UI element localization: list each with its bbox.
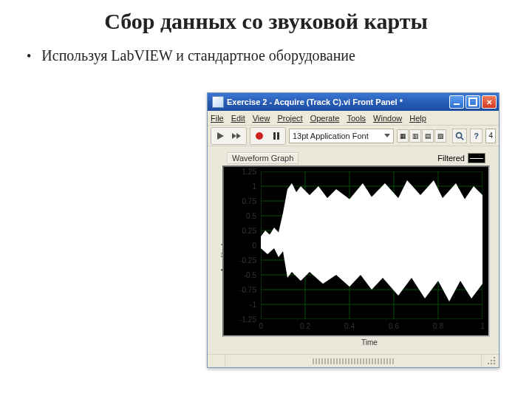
menu-tools[interactable]: Tools (347, 114, 366, 123)
waveform-graph[interactable]: -1.25-1-0.75-0.5-0.2500.250.50.7511.25 0… (222, 166, 490, 337)
bullet-list: • Используя LabVIEW и стандартное оборуд… (0, 47, 532, 64)
menu-help[interactable]: Help (409, 114, 426, 123)
minimize-button[interactable] (449, 95, 464, 109)
svg-line-1 (461, 137, 464, 140)
reorder-button[interactable]: ▧ (434, 129, 446, 143)
help-icon[interactable]: ? (470, 129, 483, 143)
search-icon[interactable] (452, 129, 467, 143)
abort-button[interactable] (251, 129, 267, 143)
menu-edit[interactable]: Edit (231, 114, 245, 123)
x-tick-label: 0.2 (300, 322, 310, 330)
x-tick-label: 0.8 (433, 322, 443, 330)
scrollbar[interactable] (225, 355, 481, 367)
svg-point-0 (456, 132, 461, 137)
menu-window[interactable]: Window (373, 114, 402, 123)
y-tick-label: 0.25 (242, 227, 256, 235)
x-tick-label: 1 (480, 322, 485, 330)
y-tick-label: 0 (252, 242, 256, 250)
x-axis-label: Time (248, 338, 491, 347)
frame-index[interactable]: 4 (485, 129, 496, 143)
font-selector[interactable]: 13pt Application Font (289, 129, 394, 143)
menu-operate[interactable]: Operate (310, 114, 340, 123)
run-button[interactable] (212, 129, 228, 143)
maximize-button[interactable] (466, 95, 480, 109)
pause-button[interactable] (268, 129, 284, 143)
menu-view[interactable]: View (253, 114, 270, 123)
x-tick-label: 0 (259, 322, 263, 330)
y-tick-label: -1 (250, 301, 256, 309)
bullet-dot-icon: • (27, 50, 31, 63)
y-tick-label: 1 (252, 183, 256, 191)
toolbar: 13pt Application Font ▦ ▥ ▤ ▧ ? 4 (208, 126, 499, 146)
align-button[interactable]: ▦ (397, 129, 409, 143)
titlebar[interactable]: Exercise 2 - Acquire (Track C).vi Front … (208, 93, 499, 111)
close-button[interactable] (482, 95, 497, 109)
window-title: Exercise 2 - Acquire (Track C).vi Front … (227, 98, 448, 106)
statusbar (208, 354, 499, 367)
y-tick-label: 0.75 (242, 197, 256, 205)
scroll-left-button[interactable] (208, 355, 225, 367)
y-tick-label: 1.25 (242, 168, 256, 176)
slide-title: Сбор данных со звуковой карты (0, 9, 532, 34)
graph-legend[interactable]: Filtered (434, 152, 488, 164)
y-tick-label: 0.5 (246, 212, 256, 220)
graph-label: Waveform Graph (227, 152, 299, 164)
menubar: File Edit View Project Operate Tools Win… (208, 111, 499, 126)
app-icon (212, 96, 224, 108)
bullet-text: Используя LabVIEW и стандартное оборудов… (41, 47, 355, 64)
x-tick-label: 0.6 (389, 322, 399, 330)
y-tick-label: -1.25 (239, 316, 256, 324)
run-continuous-button[interactable] (229, 129, 245, 143)
chevron-down-icon (384, 134, 390, 137)
menu-file[interactable]: File (211, 114, 224, 123)
distribute-button[interactable]: ▥ (409, 129, 421, 143)
resize-button[interactable]: ▤ (422, 129, 434, 143)
font-selector-label: 13pt Application Font (293, 132, 369, 140)
legend-swatch-icon (468, 153, 485, 163)
labview-window: Exercise 2 - Acquire (Track C).vi Front … (207, 92, 499, 368)
y-tick-label: -0.5 (244, 271, 256, 279)
resize-grip[interactable] (481, 355, 499, 367)
menu-project[interactable]: Project (277, 114, 302, 123)
legend-text: Filtered (437, 154, 465, 163)
x-tick-label: 0.4 (344, 322, 355, 330)
y-tick-label: -0.75 (239, 286, 256, 294)
front-panel: Waveform Graph Filtered Amplitude -1.25-… (208, 146, 499, 354)
y-tick-label: -0.25 (239, 256, 256, 265)
